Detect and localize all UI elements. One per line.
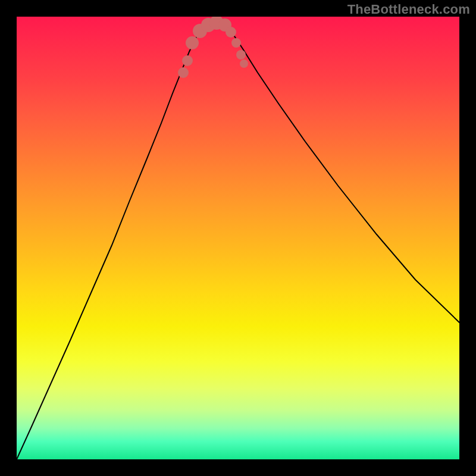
valley-marker [186, 36, 199, 49]
curve-right [222, 22, 459, 322]
valley-marker [182, 55, 193, 66]
watermark-text: TheBottleneck.com [347, 2, 470, 17]
valley-marker-group [178, 17, 248, 78]
chart-frame: TheBottleneck.com [0, 0, 476, 476]
curve-left [17, 22, 207, 459]
chart-overlay-svg [17, 17, 459, 459]
valley-marker [226, 27, 236, 37]
valley-marker [231, 38, 241, 48]
valley-marker [240, 60, 248, 68]
chart-plot-area [17, 17, 459, 459]
valley-marker [178, 67, 189, 78]
valley-marker [236, 50, 246, 60]
